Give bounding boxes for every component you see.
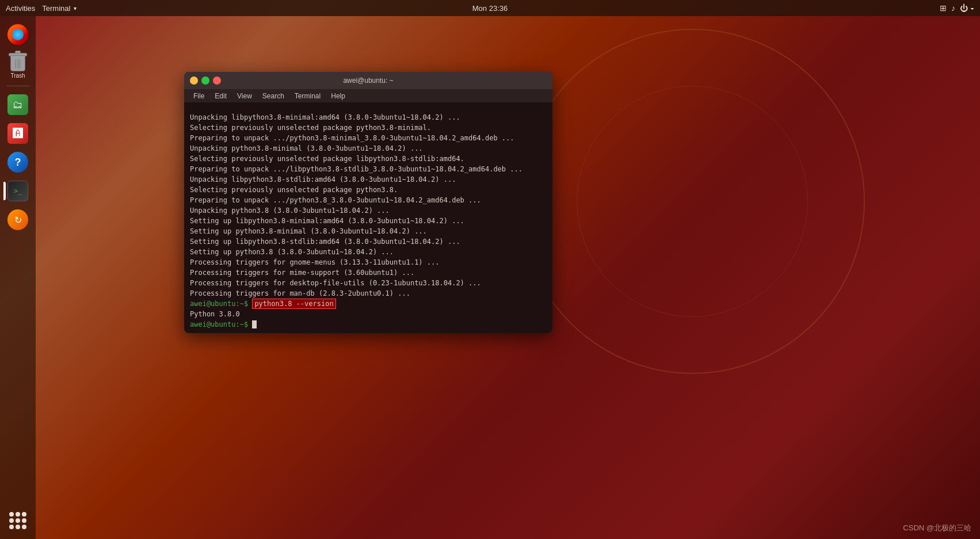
topbar: Activities Terminal ▾ Mon 23:36 ⊞ ♪ ⏻ ▾: [0, 0, 980, 16]
terminal-line: Processing triggers for man-db (2.8.3-2u…: [190, 288, 547, 299]
network-icon[interactable]: ⊞: [940, 3, 947, 13]
terminal-app-menu[interactable]: Terminal ▾: [42, 4, 77, 13]
terminal-window: awei@ubuntu: ~ File Edit View Search Ter…: [184, 72, 552, 333]
terminal-app-icon: >_: [7, 181, 28, 201]
terminal-line: Preparing to unpack .../libpython3.8-std…: [190, 164, 547, 174]
terminal-line: Setting up libpython3.8-stdlib:amd64 (3.…: [190, 236, 547, 247]
topbar-datetime: Mon 23:36: [472, 4, 508, 13]
terminal-line: Unpacking python3.8-minimal (3.8.0-3ubun…: [190, 143, 547, 154]
help-icon: ?: [7, 152, 28, 173]
terminal-line: awei@ubuntu:~$: [190, 319, 547, 330]
dock-item-trash[interactable]: Trash: [5, 51, 30, 80]
updater-icon: ↻: [7, 209, 28, 230]
firefox-icon: [7, 24, 28, 45]
dock-item-terminal[interactable]: >_: [5, 178, 30, 204]
terminal-line: awei@ubuntu:~$ python3.8 --version: [190, 299, 547, 309]
terminal-line: Unpacking libpython3.8-stdlib:amd64 (3.8…: [190, 174, 547, 185]
activities-button[interactable]: Activities: [6, 4, 35, 13]
trash-label: Trash: [10, 72, 25, 79]
grid-dot: [22, 518, 26, 523]
topbar-left: Activities Terminal ▾: [6, 4, 77, 13]
window-title: awei@ubuntu: ~: [343, 77, 393, 85]
menu-view[interactable]: View: [232, 91, 257, 101]
terminal-line: Selecting previously unselected package …: [190, 154, 547, 164]
window-maximize-button[interactable]: [201, 77, 209, 85]
terminal-menubar: File Edit View Search Terminal Help: [184, 89, 552, 103]
trash-line: [16, 59, 16, 68]
terminal-highlighted-command: python3.8 --version: [252, 299, 335, 309]
terminal-line: Preparing to unpack .../python3.8_3.8.0-…: [190, 195, 547, 205]
terminal-line: Unpacking libpython3.8-minimal:amd64 (3.…: [190, 112, 547, 123]
window-controls: [190, 77, 221, 85]
grid-dots-icon: [9, 512, 26, 529]
trash-icon-wrap: Trash: [9, 51, 27, 79]
grid-dot: [16, 512, 20, 517]
background-decoration: [520, 29, 865, 374]
terminal-line: Preparing to unpack .../python3.8-minima…: [190, 133, 547, 143]
dock-item-updater[interactable]: ↻: [5, 207, 30, 232]
trash-icon: [9, 51, 27, 71]
dock-item-software-center[interactable]: 🅰: [5, 121, 30, 146]
terminal-line: Processing triggers for mime-support (3.…: [190, 267, 547, 278]
terminal-prompt: awei@ubuntu:~$: [190, 320, 252, 328]
terminal-line: Setting up libpython3.8-minimal:amd64 (3…: [190, 216, 547, 226]
grid-dot: [22, 512, 26, 517]
files-icon: 🗂: [7, 94, 28, 115]
terminal-line: Setting up python3.8-minimal (3.8.0-3ubu…: [190, 226, 547, 236]
grid-dot: [22, 525, 26, 529]
terminal-line: Setting up python3.8 (3.8.0-3ubuntu1~18.…: [190, 247, 547, 257]
grid-dot: [9, 518, 14, 523]
trash-line: [18, 59, 18, 68]
terminal-prompt: awei@ubuntu:~$: [190, 300, 252, 308]
dock-divider: [6, 86, 29, 86]
terminal-line: Selecting previously unselected package …: [190, 123, 547, 133]
menu-terminal[interactable]: Terminal: [290, 91, 325, 101]
power-icon[interactable]: ⏻ ▾: [960, 3, 974, 13]
menu-search[interactable]: Search: [258, 91, 289, 101]
terminal-menu-arrow: ▾: [74, 5, 77, 12]
trash-line: [20, 59, 20, 68]
grid-dot: [9, 512, 14, 517]
terminal-cursor: [252, 320, 257, 328]
dock-item-help[interactable]: ?: [5, 150, 30, 175]
grid-dot: [9, 525, 14, 529]
trash-lines: [16, 59, 20, 68]
trash-body: [10, 55, 25, 71]
software-center-icon: 🅰: [7, 123, 28, 144]
terminal-titlebar: awei@ubuntu: ~: [184, 72, 552, 89]
show-applications-button[interactable]: [5, 508, 30, 533]
terminal-menu-label: Terminal: [42, 4, 70, 13]
terminal-line: Processing triggers for desktop-file-uti…: [190, 278, 547, 288]
dock-item-firefox[interactable]: [5, 22, 30, 47]
menu-file[interactable]: File: [189, 91, 209, 101]
window-close-button[interactable]: [213, 77, 221, 85]
terminal-line: Processing triggers for gnome-menus (3.1…: [190, 257, 547, 267]
watermark: CSDN @北极的三哈: [903, 523, 971, 533]
grid-dot: [16, 518, 20, 523]
menu-help[interactable]: Help: [326, 91, 350, 101]
terminal-line: Python 3.8.0: [190, 309, 547, 319]
terminal-content[interactable]: (Reading database ... 151185 files and d…: [184, 103, 552, 333]
topbar-right: ⊞ ♪ ⏻ ▾: [940, 3, 974, 13]
dock: Trash 🗂 🅰 ? >_ ↻: [0, 16, 36, 539]
volume-icon[interactable]: ♪: [951, 3, 955, 13]
menu-edit[interactable]: Edit: [210, 91, 231, 101]
terminal-line: Unpacking python3.8 (3.8.0-3ubuntu1~18.0…: [190, 205, 547, 216]
terminal-line: Selecting previously unselected package …: [190, 185, 547, 195]
terminal-line: [190, 103, 547, 112]
window-minimize-button[interactable]: [190, 77, 198, 85]
grid-dot: [16, 525, 20, 529]
dock-item-files[interactable]: 🗂: [5, 92, 30, 117]
